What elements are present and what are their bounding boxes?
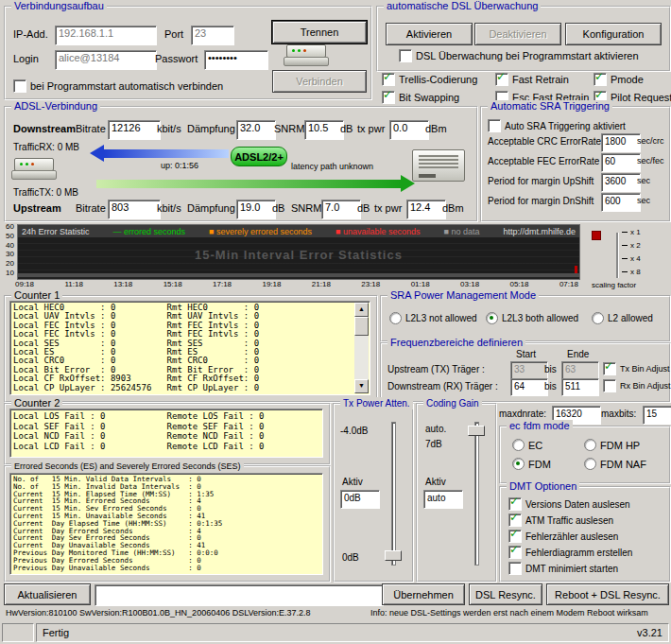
apply-button[interactable]: Übernehmen <box>382 583 465 605</box>
radio-l2l3-both-allowed[interactable]: L2L3 both allowed <box>486 312 578 324</box>
checkbox-box[interactable] <box>399 49 412 62</box>
fec-errorrate-field[interactable]: 60 <box>601 153 641 172</box>
disconnect-button[interactable]: Trennen <box>272 21 367 44</box>
upshift-period-field[interactable]: 3600 <box>601 173 641 192</box>
slider-track[interactable] <box>391 422 396 566</box>
radio-icon[interactable] <box>584 439 596 451</box>
up-attenuation-field[interactable]: 19.0 <box>236 200 276 219</box>
auto-sra-checkbox[interactable]: Auto SRA Triggering aktiviert <box>488 119 626 132</box>
scaling-factor-label: scaling factor <box>592 281 636 289</box>
radio-icon[interactable] <box>389 312 402 324</box>
versions-checkbox[interactable]: ✓ Versions Daten auslesen <box>508 497 630 511</box>
pmode-checkbox[interactable]: ✓ Pmode <box>594 73 644 86</box>
scroll-down-icon[interactable]: ▼ <box>354 379 369 393</box>
slider-thumb[interactable] <box>468 426 485 436</box>
legend-errored-seconds: — errored seconds <box>113 227 186 236</box>
checkbox-box[interactable]: ✓ <box>603 362 616 375</box>
coding-gain-slider[interactable] <box>467 422 486 566</box>
checkbox-box[interactable] <box>13 79 26 93</box>
login-field[interactable]: alice@13184 <box>55 50 157 70</box>
up-bitrate-field[interactable]: 803 <box>108 200 161 219</box>
radio-selected-icon[interactable] <box>486 312 498 324</box>
radio-icon[interactable] <box>584 458 596 470</box>
reboot-resync-button[interactable]: Reboot + DSL Resync. <box>546 583 669 605</box>
checkbox-box[interactable]: ✓ <box>508 513 522 527</box>
down-txpwr-field[interactable]: 0.0 <box>389 120 429 140</box>
checkbox-box[interactable]: ✓ <box>594 73 607 86</box>
radio-fdm-naf[interactable]: FDM NAF <box>584 458 646 470</box>
errored-seconds-list[interactable]: No. of 15 Min. Valid Data Intervals : 0 … <box>9 473 323 575</box>
dnshift-period-field[interactable]: 600 <box>601 193 641 212</box>
command-input[interactable] <box>95 584 384 606</box>
radio-ec[interactable]: EC <box>512 439 542 451</box>
checkbox-box[interactable]: ✓ <box>382 73 395 86</box>
x-tick: 15:18 <box>163 280 182 288</box>
up-snrm-field[interactable]: 7.0 <box>321 200 361 219</box>
tx-power-value-field[interactable]: 0dB <box>340 490 380 509</box>
rx-bin-adjust-checkbox[interactable]: Rx Bin Adjust <box>603 379 671 392</box>
autoconnect-checkbox[interactable]: bei Programmstart automatisch verbinden <box>13 79 223 93</box>
atm-traffic-checkbox[interactable]: ✓ ATM Traffic auslesen <box>508 513 613 527</box>
checkbox-box[interactable] <box>603 379 616 392</box>
activate-button[interactable]: Aktivieren <box>386 23 473 45</box>
radio-selected-icon[interactable] <box>512 458 525 470</box>
minimized-start-checkbox[interactable]: DMT minimiert starten <box>508 562 618 575</box>
crc-errorrate-field[interactable]: 1800 <box>601 133 641 152</box>
radio-l2l3-not-allowed[interactable]: L2L3 not allowed <box>389 312 477 324</box>
refresh-button[interactable]: Aktualisieren <box>4 583 91 605</box>
down-start-field[interactable]: 64 <box>510 378 548 396</box>
down-attenuation-field[interactable]: 32.0 <box>236 120 276 140</box>
slider-track[interactable] <box>474 422 479 566</box>
dsl-resync-button[interactable]: DSL Resync. <box>469 583 542 605</box>
radio-icon[interactable] <box>592 312 604 324</box>
configuration-button[interactable]: Konfiguration <box>565 23 662 45</box>
port-field[interactable]: 23 <box>191 26 234 45</box>
checkbox-box[interactable]: ✓ <box>508 497 522 511</box>
connect-button[interactable]: Verbinden <box>272 70 367 93</box>
coding-gain-value-field[interactable]: auto <box>423 490 463 509</box>
radio-icon[interactable] <box>512 439 525 451</box>
counter1-list[interactable]: Local HEC0 : 0 Rmt HEC0 : 0 Local UAV In… <box>9 301 370 395</box>
deactivate-button[interactable]: Deaktivieren <box>474 23 561 45</box>
fast-retrain-checkbox[interactable]: ✓ Fast Retrain <box>495 73 569 86</box>
checkbox-box[interactable]: ✓ <box>382 91 395 104</box>
checkbox-box[interactable]: ✓ <box>508 530 522 543</box>
password-field[interactable]: •••••••• <box>204 50 268 70</box>
chart-y-axis: 60 50 40 30 20 10 <box>0 222 14 277</box>
radio-l2-allowed[interactable]: L2 allowed <box>592 312 653 324</box>
tx-bin-adjust-checkbox[interactable]: ✓ Tx Bin Adjust <box>603 362 670 375</box>
trellis-checkbox[interactable]: ✓ Trellis-Codierung <box>382 73 477 86</box>
up-end-field[interactable]: 63 <box>561 361 599 379</box>
scroll-thumb[interactable] <box>354 317 369 336</box>
radio-fdm[interactable]: FDM <box>512 458 551 470</box>
error-counter-checkbox[interactable]: ✓ Fehlerzähler auslesen <box>508 530 618 543</box>
y-tick: 50 <box>0 232 14 240</box>
scaling-slider-track[interactable] <box>616 233 618 278</box>
checkbox-box[interactable]: ✓ <box>508 546 522 559</box>
slider-thumb[interactable] <box>385 550 402 561</box>
scaling-slider-thumb[interactable] <box>592 231 601 240</box>
down-bitrate-field[interactable]: 12126 <box>108 120 161 140</box>
maxbits-field[interactable]: 15 <box>643 406 671 425</box>
down-snrm-field[interactable]: 10.5 <box>304 120 344 140</box>
counter2-list[interactable]: Local LOS Fail : 0 Remote LOS Fail : 0 L… <box>9 409 323 458</box>
chart-watermark: 15-Min Interval Error Statistics <box>18 248 579 262</box>
up-start-field[interactable]: 33 <box>510 361 548 379</box>
checkbox-box[interactable] <box>488 119 501 132</box>
checkbox-box[interactable]: ✓ <box>495 73 508 86</box>
error-diagram-checkbox[interactable]: ✓ Fehlerdiagramm erstellen <box>508 546 632 559</box>
scroll-up-icon[interactable]: ▲ <box>354 303 369 317</box>
tx-power-slider[interactable] <box>384 422 403 566</box>
radio-fdm-hp[interactable]: FDM HP <box>584 439 640 451</box>
watch-autostart-checkbox[interactable]: DSL Überwachung bei Programmstart aktivi… <box>399 49 639 62</box>
scroll-track[interactable] <box>354 336 369 379</box>
down-end-field[interactable]: 511 <box>561 378 599 396</box>
db-label: dB <box>340 123 353 134</box>
daempfung-label: Dämpfung <box>187 202 235 214</box>
chart-plot-area: 15-Min Interval Error Statistics <box>18 237 579 277</box>
ip-field[interactable]: 192.168.1.1 <box>55 26 157 45</box>
counter1-scrollbar[interactable]: ▲ ▼ <box>354 303 369 393</box>
checkbox-box[interactable] <box>508 562 522 575</box>
up-txpwr-field[interactable]: 12.4 <box>406 200 446 219</box>
bitswap-checkbox[interactable]: ✓ Bit Swapping <box>382 91 459 104</box>
